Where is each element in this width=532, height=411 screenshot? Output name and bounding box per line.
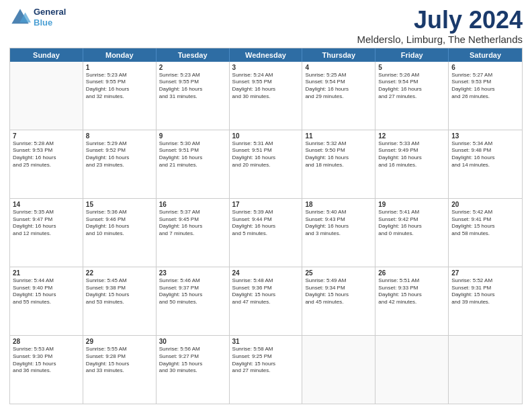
- cell-info-line: and 45 minutes.: [305, 299, 372, 306]
- cell-info-line: Daylight: 16 hours: [378, 154, 445, 162]
- title-block: July 2024 Melderslo, Limburg, The Nether…: [357, 7, 523, 45]
- cell-info-line: Sunrise: 5:46 AM: [159, 277, 226, 285]
- week-row-2: 7Sunrise: 5:28 AMSunset: 9:53 PMDaylight…: [10, 130, 522, 199]
- cell-info-line: Daylight: 16 hours: [86, 223, 153, 230]
- cell-info-line: Daylight: 15 hours: [13, 361, 80, 368]
- cell-info-line: Daylight: 15 hours: [86, 361, 153, 368]
- day-number: 7: [13, 132, 80, 140]
- cell-info-line: Sunset: 9:51 PM: [232, 147, 300, 154]
- cell-info-line: and 26 minutes.: [451, 93, 519, 101]
- header-day-friday: Friday: [375, 48, 449, 62]
- cell-info-line: and 0 minutes.: [378, 230, 445, 238]
- day-number: 20: [451, 201, 519, 208]
- cell-info-line: Daylight: 15 hours: [232, 291, 300, 299]
- cell-info-line: Sunset: 9:48 PM: [451, 147, 519, 154]
- cell-info-line: and 47 minutes.: [232, 299, 300, 306]
- day-number: 2: [159, 64, 226, 71]
- cell-info-line: Sunset: 9:43 PM: [305, 216, 372, 224]
- cell-info-line: Sunrise: 5:25 AM: [305, 72, 372, 79]
- cal-cell: 9Sunrise: 5:30 AMSunset: 9:51 PMDaylight…: [157, 130, 230, 198]
- cell-info-line: and 55 minutes.: [13, 299, 80, 306]
- cell-info-line: Daylight: 16 hours: [86, 86, 153, 93]
- cal-cell: 20Sunrise: 5:42 AMSunset: 9:41 PMDayligh…: [449, 199, 522, 267]
- cell-info-line: Daylight: 16 hours: [13, 154, 80, 162]
- day-number: 25: [305, 269, 372, 277]
- cell-info-line: Daylight: 16 hours: [232, 86, 300, 93]
- cell-info-line: Sunrise: 5:34 AM: [451, 140, 519, 148]
- cal-cell: 7Sunrise: 5:28 AMSunset: 9:53 PMDaylight…: [10, 130, 83, 198]
- cell-info-line: Sunrise: 5:27 AM: [451, 72, 519, 79]
- cal-cell: 21Sunrise: 5:44 AMSunset: 9:40 PMDayligh…: [10, 267, 83, 335]
- cal-cell: 26Sunrise: 5:51 AMSunset: 9:33 PMDayligh…: [375, 267, 449, 335]
- cell-info-line: Sunrise: 5:33 AM: [378, 140, 445, 148]
- cell-info-line: and 39 minutes.: [451, 299, 519, 306]
- cell-info-line: and 58 minutes.: [451, 230, 519, 238]
- cal-cell: [10, 62, 83, 130]
- day-number: 14: [13, 201, 80, 208]
- cell-info-line: and 29 minutes.: [305, 93, 372, 101]
- subtitle: Melderslo, Limburg, The Netherlands: [357, 34, 523, 45]
- cal-cell: 29Sunrise: 5:55 AMSunset: 9:28 PMDayligh…: [83, 336, 157, 404]
- cell-info-line: Sunset: 9:42 PM: [378, 216, 445, 224]
- cell-info-line: and 3 minutes.: [305, 230, 372, 238]
- cell-info-line: and 5 minutes.: [232, 230, 300, 238]
- header-day-tuesday: Tuesday: [157, 48, 230, 62]
- logo-icon: [9, 7, 31, 28]
- cal-cell: 25Sunrise: 5:49 AMSunset: 9:34 PMDayligh…: [302, 267, 375, 335]
- cell-info-line: and 18 minutes.: [305, 162, 372, 169]
- cell-info-line: and 42 minutes.: [378, 299, 445, 306]
- cal-cell: 11Sunrise: 5:32 AMSunset: 9:50 PMDayligh…: [302, 130, 375, 198]
- week-row-1: 1Sunrise: 5:23 AMSunset: 9:55 PMDaylight…: [10, 62, 522, 130]
- cell-info-line: Sunset: 9:33 PM: [378, 285, 445, 292]
- cell-info-line: Daylight: 16 hours: [159, 223, 226, 230]
- header-day-wednesday: Wednesday: [230, 48, 303, 62]
- cal-cell: 31Sunrise: 5:58 AMSunset: 9:25 PMDayligh…: [230, 336, 303, 404]
- cal-cell: 17Sunrise: 5:39 AMSunset: 9:44 PMDayligh…: [230, 199, 303, 267]
- day-number: 12: [378, 132, 445, 140]
- cell-info-line: Daylight: 15 hours: [232, 361, 300, 368]
- cell-info-line: Daylight: 16 hours: [451, 86, 519, 93]
- cell-info-line: Daylight: 16 hours: [305, 223, 372, 230]
- cell-info-line: and 16 minutes.: [378, 162, 445, 169]
- cell-info-line: and 10 minutes.: [86, 230, 153, 238]
- cal-cell: 12Sunrise: 5:33 AMSunset: 9:49 PMDayligh…: [375, 130, 449, 198]
- day-number: 31: [232, 338, 300, 345]
- cell-info-line: Sunset: 9:49 PM: [378, 147, 445, 154]
- cell-info-line: Sunset: 9:41 PM: [451, 216, 519, 224]
- cal-cell: 10Sunrise: 5:31 AMSunset: 9:51 PMDayligh…: [230, 130, 303, 198]
- cal-cell: 24Sunrise: 5:48 AMSunset: 9:36 PMDayligh…: [230, 267, 303, 335]
- cell-info-line: Sunrise: 5:30 AM: [159, 140, 226, 148]
- cell-info-line: Sunrise: 5:42 AM: [451, 209, 519, 216]
- header-day-monday: Monday: [83, 48, 157, 62]
- cal-cell: 23Sunrise: 5:46 AMSunset: 9:37 PMDayligh…: [157, 267, 230, 335]
- week-row-3: 14Sunrise: 5:35 AMSunset: 9:47 PMDayligh…: [10, 199, 522, 267]
- cell-info-line: Sunset: 9:36 PM: [232, 285, 300, 292]
- cal-cell: 5Sunrise: 5:26 AMSunset: 9:54 PMDaylight…: [375, 62, 449, 130]
- day-number: 9: [159, 132, 226, 140]
- cell-info-line: Sunrise: 5:44 AM: [13, 277, 80, 285]
- calendar: SundayMondayTuesdayWednesdayThursdayFrid…: [9, 48, 523, 404]
- cell-info-line: Daylight: 15 hours: [451, 291, 519, 299]
- logo-text: General Blue: [34, 7, 66, 28]
- cell-info-line: Sunset: 9:31 PM: [451, 285, 519, 292]
- day-number: 10: [232, 132, 300, 140]
- cell-info-line: and 30 minutes.: [232, 93, 300, 101]
- cell-info-line: Sunset: 9:25 PM: [232, 353, 300, 361]
- cell-info-line: Sunset: 9:55 PM: [232, 79, 300, 86]
- cell-info-line: and 25 minutes.: [13, 162, 80, 169]
- header-day-sunday: Sunday: [10, 48, 83, 62]
- cell-info-line: Sunset: 9:47 PM: [13, 216, 80, 224]
- cell-info-line: Daylight: 15 hours: [13, 291, 80, 299]
- day-number: 30: [159, 338, 226, 345]
- cell-info-line: Sunrise: 5:31 AM: [232, 140, 300, 148]
- cell-info-line: Sunrise: 5:55 AM: [86, 346, 153, 353]
- cell-info-line: Sunset: 9:40 PM: [13, 285, 80, 292]
- cell-info-line: Daylight: 15 hours: [86, 291, 153, 299]
- cal-cell: 8Sunrise: 5:29 AMSunset: 9:52 PMDaylight…: [83, 130, 157, 198]
- cell-info-line: Sunset: 9:50 PM: [305, 147, 372, 154]
- week-row-4: 21Sunrise: 5:44 AMSunset: 9:40 PMDayligh…: [10, 267, 522, 336]
- cell-info-line: Sunset: 9:52 PM: [86, 147, 153, 154]
- cal-cell: 1Sunrise: 5:23 AMSunset: 9:55 PMDaylight…: [83, 62, 157, 130]
- cal-cell: 27Sunrise: 5:52 AMSunset: 9:31 PMDayligh…: [449, 267, 522, 335]
- main-title: July 2024: [357, 7, 523, 34]
